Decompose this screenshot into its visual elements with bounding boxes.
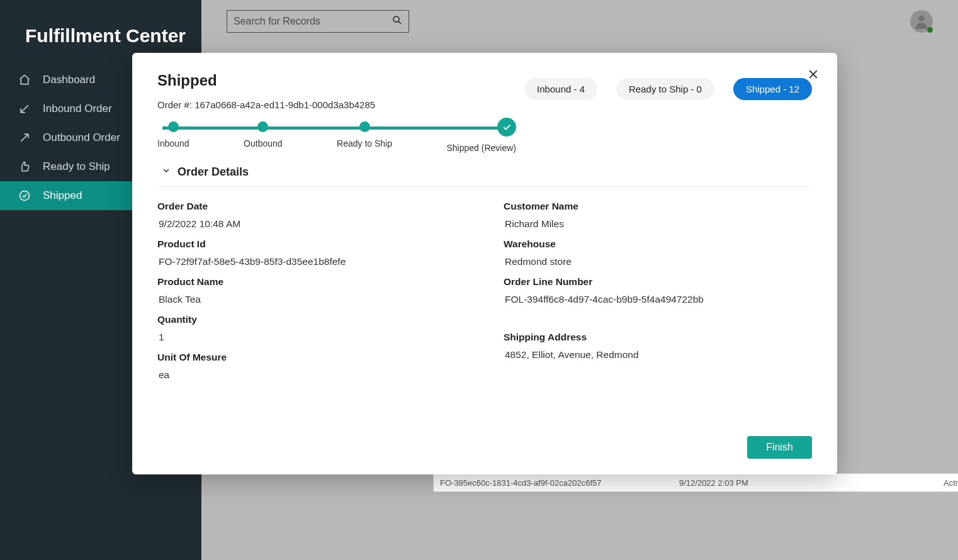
label-customer-name: Customer Name <box>504 201 812 212</box>
label-warehouse: Warehouse <box>504 238 812 250</box>
finish-button[interactable]: Finish <box>747 436 812 459</box>
sidebar-item-label: Shipped <box>43 189 82 202</box>
value-warehouse: Redmond store <box>504 256 812 267</box>
step-ready-to-ship: Ready to Ship <box>337 121 392 148</box>
value-order-date: 9/2/2022 10:48 AM <box>157 218 466 230</box>
modal-order-number: Order #: 167a0668-a42a-ed11-9db1-000d3a3… <box>157 99 375 110</box>
sidebar-item-label: Inbound Order <box>43 103 112 115</box>
step-dot <box>257 121 268 132</box>
order-modal: Shipped Order #: 167a0668-a42a-ed11-9db1… <box>132 53 837 474</box>
label-shipping-address: Shipping Address <box>504 332 812 343</box>
step-label: Ready to Ship <box>337 138 392 148</box>
value-order-line-number: FOL-394ff6c8-4d97-4cac-b9b9-5f4a494722bb <box>504 294 812 305</box>
label-product-name: Product Name <box>157 276 466 288</box>
label-order-date: Order Date <box>157 201 466 212</box>
step-inbound: Inbound <box>157 121 189 148</box>
close-icon[interactable] <box>807 68 820 83</box>
label-order-line-number: Order Line Number <box>504 276 812 288</box>
check-circle-icon <box>497 118 516 137</box>
value-product-name: Black Tea <box>157 294 466 305</box>
bg-row-status: Active <box>937 478 958 488</box>
progress-stepper: Inbound Outbound Ready to Ship Shipped (… <box>157 121 516 153</box>
value-unit-of-measure: ea <box>157 369 466 381</box>
sidebar-item-label: Dashboard <box>43 74 95 86</box>
modal-title: Shipped <box>157 72 375 89</box>
check-circle-icon <box>18 189 31 203</box>
label-quantity: Quantity <box>157 314 466 325</box>
value-customer-name: Richard Miles <box>504 218 812 230</box>
sidebar-item-label: Ready to Ship <box>43 160 110 173</box>
step-outbound: Outbound <box>244 121 283 148</box>
label-product-id: Product Id <box>157 238 466 250</box>
table-row[interactable]: FO-395ec60c-1831-4cd3-af9f-02ca202c6f57 … <box>433 473 958 492</box>
pill-ready-to-ship[interactable]: Ready to Ship - 0 <box>616 78 714 100</box>
step-dot <box>168 121 179 132</box>
value-quantity: 1 <box>157 332 466 343</box>
sidebar-item-label: Outbound Order <box>43 132 120 144</box>
step-dot <box>359 121 370 132</box>
status-pills: Inbound - 4 Ready to Ship - 0 Shipped - … <box>524 78 812 100</box>
step-label: Shipped (Review) <box>446 143 516 153</box>
bg-row-date: 9/12/2022 2:03 PM <box>673 478 937 488</box>
home-icon <box>18 73 31 87</box>
section-title: Order Details <box>178 165 249 179</box>
order-details: Order Date 9/2/2022 10:48 AM Product Id … <box>157 194 812 436</box>
thumbs-up-icon <box>18 160 31 174</box>
value-product-id: FO-72f9f7af-58e5-43b9-85f3-d35ee1b8fefe <box>157 256 466 267</box>
label-unit-of-measure: Unit Of Mesure <box>157 352 466 363</box>
arrow-out-icon <box>18 131 31 145</box>
order-details-toggle[interactable]: Order Details <box>157 164 812 187</box>
value-shipping-address: 4852, Elliot, Avenue, Redmond <box>504 349 812 361</box>
arrow-in-icon <box>18 102 31 116</box>
bg-row-id: FO-395ec60c-1831-4cd3-af9f-02ca202c6f57 <box>434 478 673 488</box>
chevron-down-icon <box>161 165 171 179</box>
svg-point-0 <box>20 191 30 201</box>
pill-shipped[interactable]: Shipped - 12 <box>733 78 812 100</box>
step-label: Inbound <box>157 138 189 148</box>
step-shipped: Shipped (Review) <box>446 121 516 153</box>
step-label: Outbound <box>244 138 283 148</box>
pill-inbound[interactable]: Inbound - 4 <box>524 78 597 100</box>
